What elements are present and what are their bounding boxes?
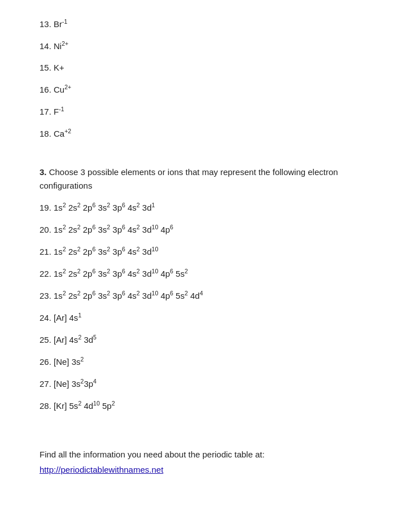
- item-13: 13. Br-1: [40, 17, 371, 31]
- periodic-table-link[interactable]: http://periodictablewithnames.net: [40, 465, 163, 474]
- item-26: 26. [Ne] 3s2: [40, 355, 371, 369]
- item-28: 28. [Kr] 5s2 4d10 5p2: [40, 399, 371, 413]
- footer-text-line: Find all the information you need about …: [40, 447, 371, 462]
- item-25: 25. [Ar] 4s2 3d5: [40, 333, 371, 347]
- item-24: 24. [Ar] 4s1: [40, 311, 371, 325]
- item-19: 19. 1s2 2s2 2p6 3s2 3p6 4s2 3d1: [40, 200, 371, 215]
- footer-section: Find all the information you need about …: [40, 447, 371, 477]
- item-23: 23. 1s2 2s2 2p6 3s2 3p6 4s2 3d10 4p6 5s2…: [40, 289, 371, 303]
- item-18: 18. Ca+2: [40, 127, 371, 141]
- item-14: 14. Ni2+: [40, 39, 371, 53]
- item-17: 17. F-1: [40, 104, 371, 119]
- item-27: 27. [Ne] 3s23p4: [40, 377, 371, 391]
- item-22: 22. 1s2 2s2 2p6 3s2 3p6 4s2 3d10 4p6 5s2: [40, 267, 371, 281]
- item-21: 21. 1s2 2s2 2p6 3s2 3p6 4s2 3d10: [40, 245, 371, 259]
- item-15: 15. K+: [40, 61, 371, 75]
- footer-link-line[interactable]: http://periodictablewithnames.net: [40, 462, 371, 477]
- item-20: 20. 1s2 2s2 2p6 3s2 3p6 4s2 3d10 4p6: [40, 223, 371, 237]
- item-16: 16. Cu2+: [40, 82, 371, 97]
- section-3-header: 3. Choose 3 possible elements or ions th…: [40, 165, 371, 193]
